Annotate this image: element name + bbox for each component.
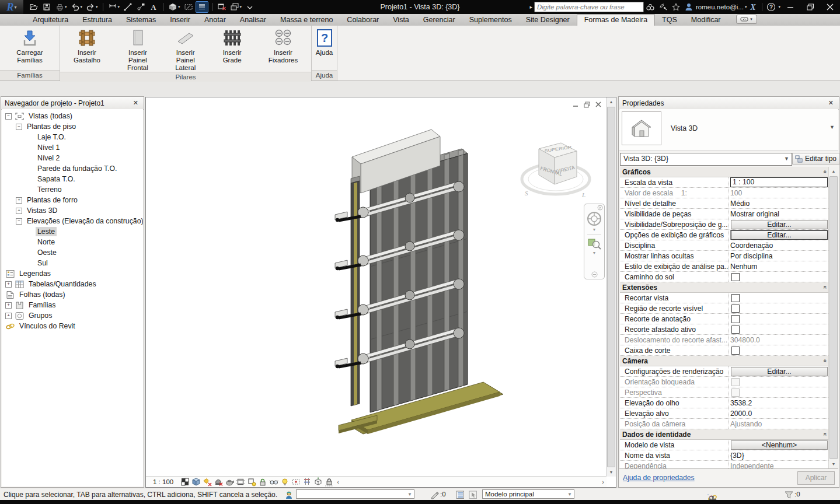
carregar-familias-button[interactable]: Carregar Famílias (0, 26, 60, 70)
signed-in-user[interactable]: romeu.neto@i... (696, 4, 744, 10)
scroll-right-icon[interactable]: › (599, 478, 607, 485)
tree-item-label[interactable]: Vínculos do Revit (18, 321, 77, 331)
tree-item[interactable]: Sul (2, 258, 143, 268)
tree-item-label[interactable]: Leste (36, 227, 57, 236)
print-icon[interactable]: ▾ (54, 2, 68, 12)
property-edit-button[interactable]: Editar... (731, 367, 828, 376)
property-value[interactable]: 3538.2 (730, 399, 752, 407)
minimize-button[interactable] (780, 0, 800, 14)
tree-item[interactable]: +Grupos (2, 310, 143, 321)
tab-massa-e-terreno[interactable]: Massa e terreno (273, 15, 340, 26)
reveal-constraints-icon[interactable] (301, 477, 312, 487)
customize-qat-icon[interactable] (244, 2, 256, 12)
save-icon[interactable] (41, 2, 53, 12)
instance-selector-combo[interactable]: Vista 3D: {3D} ▼ (620, 153, 792, 166)
tree-item-label[interactable]: Vistas 3D (25, 206, 59, 215)
navbar-minimize-icon[interactable] (591, 271, 598, 278)
apply-button[interactable]: Aplicar (797, 471, 835, 485)
tree-item[interactable]: Parede da fundação T.O. (2, 163, 143, 174)
redo-icon[interactable]: ▾ (85, 2, 99, 12)
close-icon[interactable]: ✕ (131, 99, 140, 107)
tab-analisar[interactable]: Analisar (233, 15, 273, 26)
panel-label-ajuda[interactable]: Ajuda (312, 70, 337, 80)
inserir-fixadores-button[interactable]: Inserir Fixadores (255, 26, 311, 72)
collapse-icon[interactable]: − (16, 124, 22, 130)
editable-only-icon[interactable] (430, 489, 440, 499)
tab-suplementos[interactable]: Suplementos (462, 15, 519, 26)
tab-sistemas[interactable]: Sistemas (119, 15, 163, 26)
search-collapse-icon[interactable]: ▸ (528, 4, 534, 10)
properties-scrollbar[interactable]: ▲ ▼ (828, 167, 838, 468)
tree-item[interactable]: Leste (2, 226, 143, 237)
expand-icon[interactable]: + (16, 197, 22, 204)
tree-item[interactable]: −Plantas de piso (2, 121, 143, 132)
tree-item-label[interactable]: Plantas de forro (25, 195, 79, 205)
restore-button[interactable] (800, 0, 820, 14)
design-option-combo[interactable]: Modelo principal ▼ (482, 489, 574, 499)
design-options-pick-icon[interactable] (468, 489, 478, 499)
expand-icon[interactable]: + (5, 313, 12, 319)
compass-south-label[interactable]: S (525, 190, 528, 197)
inserir-painel-lateral-button[interactable]: Inserir Painel Lateral (162, 26, 209, 72)
tab-modificar[interactable]: Modificar (684, 15, 728, 26)
design-options-icon[interactable] (455, 489, 465, 499)
close-hidden-windows-icon[interactable] (216, 2, 228, 12)
drag-selection-icon[interactable] (707, 494, 709, 495)
shadows-icon[interactable] (212, 477, 224, 487)
tree-item[interactable]: +Vistas 3D (2, 205, 143, 216)
inserir-painel-frontal-button[interactable]: Inserir Painel Frontal (114, 26, 162, 72)
tab-site-designer[interactable]: Site Designer (519, 15, 577, 26)
property-edit-button[interactable]: Editar... (731, 220, 828, 229)
chevron-down-icon[interactable]: ▼ (592, 228, 597, 232)
tree-item[interactable]: −Vistas (todas) (2, 111, 143, 121)
zoom-region-icon[interactable] (587, 236, 601, 250)
tree-item[interactable]: Oeste (2, 247, 143, 258)
property-edit-button[interactable]: Editar... (731, 230, 828, 240)
tree-item[interactable]: −Elevações (Elevação da construção) (2, 216, 143, 226)
tree-item-label[interactable]: Grupos (27, 311, 54, 320)
tree-item[interactable]: +Tabelas/Quantidades (2, 279, 143, 289)
properties-help-link[interactable]: Ajuda de propriedades (623, 474, 695, 482)
property-value[interactable]: Mostrar original (730, 210, 779, 218)
tree-item-label[interactable]: Famílias (27, 300, 57, 310)
tree-item-label[interactable]: Folhas (todas) (18, 290, 67, 299)
reveal-hidden-icon[interactable] (268, 477, 279, 487)
tree-item-label[interactable]: Nível 1 (36, 143, 61, 152)
expand-icon[interactable]: + (5, 302, 12, 309)
tree-item-label[interactable]: Elevações (Elevação da construção) (25, 216, 143, 226)
close-icon[interactable]: ✕ (827, 99, 835, 107)
open-icon[interactable] (28, 2, 40, 12)
expand-icon[interactable]: + (5, 281, 12, 288)
scroll-down-icon[interactable]: ▼ (607, 468, 616, 477)
panel-label-famílias[interactable]: Famílias (0, 70, 60, 80)
tag-icon[interactable] (135, 2, 147, 12)
scrollbar-thumb[interactable] (607, 107, 615, 467)
tree-item-label[interactable]: Parede da fundação T.O. (36, 164, 119, 173)
tab-anotar[interactable]: Anotar (197, 15, 233, 26)
view-lock-icon[interactable] (257, 477, 268, 487)
text-icon[interactable]: A (148, 2, 159, 12)
tree-item[interactable]: Nível 2 (2, 153, 143, 163)
tree-item-label[interactable]: Tabelas/Quantidades (27, 279, 98, 289)
sun-path-icon[interactable] (201, 477, 212, 487)
scroll-down-icon[interactable]: ▼ (829, 460, 838, 468)
group-header-c-mera[interactable]: Câmera« (620, 356, 829, 366)
property-edit-button[interactable]: <Nenhum> (731, 440, 828, 450)
tree-item[interactable]: Folhas (todas) (2, 289, 143, 300)
property-value[interactable]: Por disciplina (730, 252, 772, 260)
crop-visible-icon[interactable] (246, 477, 257, 487)
tree-item[interactable]: Sapata T.O. (2, 174, 143, 184)
temp-view-icon[interactable] (279, 477, 290, 487)
scroll-up-icon[interactable]: ▲ (607, 97, 616, 106)
close-button[interactable] (820, 0, 840, 14)
property-value[interactable]: {3D} (730, 452, 744, 460)
communication-center-icon[interactable] (657, 2, 670, 12)
expand-icon[interactable]: + (16, 208, 22, 214)
tab-estrutura[interactable]: Estrutura (75, 15, 119, 26)
property-value[interactable]: Nenhum (730, 262, 757, 271)
property-checkbox[interactable] (731, 326, 740, 334)
view-cube[interactable]: S L SUPERIOR FRONTAL DIREITA (517, 139, 595, 206)
view-close-icon[interactable] (595, 101, 602, 108)
tab-colaborar[interactable]: Colaborar (340, 15, 386, 26)
property-checkbox[interactable] (731, 273, 740, 281)
